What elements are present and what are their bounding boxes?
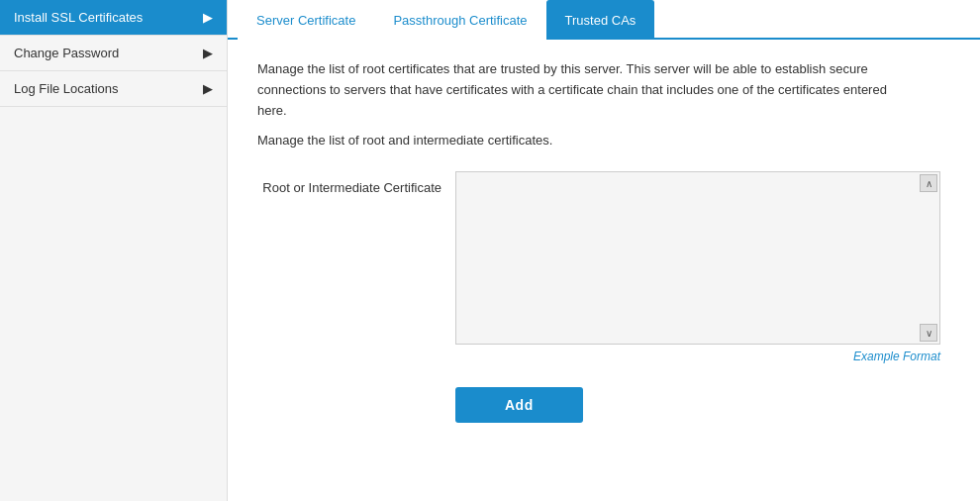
tab-content-trusted-cas: Manage the list of root certificates tha… xyxy=(228,40,980,501)
tab-trusted-cas[interactable]: Trusted CAs xyxy=(546,0,655,40)
description-text-1: Manage the list of root certificates tha… xyxy=(257,59,891,121)
sidebar-item-log-file-locations[interactable]: Log File Locations ▶ xyxy=(0,71,227,107)
certificate-field-row: Root or Intermediate Certificate ∧ ∨ Exa… xyxy=(257,171,950,363)
certificate-textarea[interactable] xyxy=(456,172,939,344)
sidebar-item-label: Install SSL Certificates xyxy=(14,10,143,25)
certificate-field-wrap: ∧ ∨ Example Format xyxy=(455,171,940,363)
chevron-right-icon: ▶ xyxy=(203,81,213,96)
certificate-textarea-wrapper: ∧ ∨ xyxy=(455,171,940,345)
sidebar: Install SSL Certificates ▶ Change Passwo… xyxy=(0,0,228,501)
chevron-right-icon: ▶ xyxy=(203,46,213,60)
main-content: Server Certificate Passthrough Certifica… xyxy=(228,0,980,501)
sidebar-item-label: Log File Locations xyxy=(14,81,119,96)
sidebar-item-install-ssl[interactable]: Install SSL Certificates ▶ xyxy=(0,0,227,36)
tab-bar: Server Certificate Passthrough Certifica… xyxy=(228,0,980,40)
description-text-2: Manage the list of root and intermediate… xyxy=(257,131,891,151)
tab-server-certificate[interactable]: Server Certificate xyxy=(238,0,374,40)
tab-passthrough-certificate[interactable]: Passthrough Certificate xyxy=(374,0,545,40)
example-format-link[interactable]: Example Format xyxy=(853,350,940,363)
add-button-row: Add xyxy=(257,387,950,423)
certificate-field-label: Root or Intermediate Certificate xyxy=(257,171,455,197)
chevron-right-icon: ▶ xyxy=(203,10,213,25)
sidebar-item-label: Change Password xyxy=(14,46,119,60)
add-button[interactable]: Add xyxy=(455,387,583,423)
example-format-link-wrap: Example Format xyxy=(455,349,940,363)
scroll-down-button[interactable]: ∨ xyxy=(920,324,937,342)
sidebar-item-change-password[interactable]: Change Password ▶ xyxy=(0,36,227,71)
scroll-up-button[interactable]: ∧ xyxy=(920,174,937,192)
